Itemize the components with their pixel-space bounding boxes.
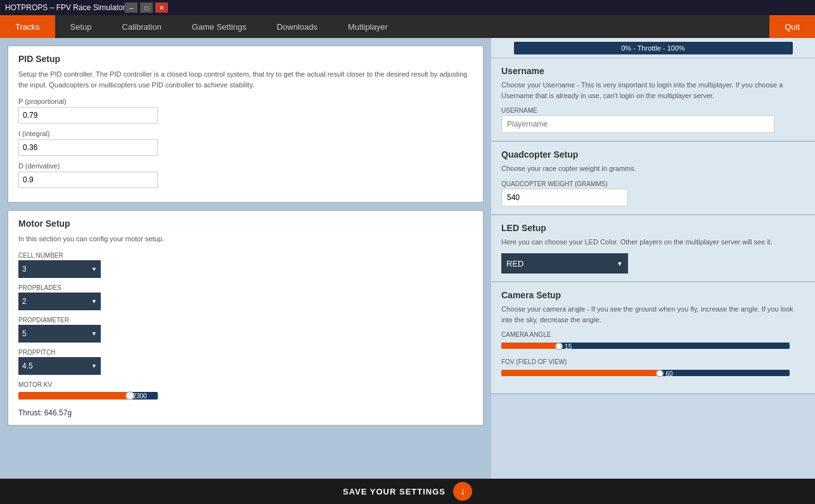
proppitch-label: PROPPITCH <box>18 349 473 356</box>
cell-number-label: CELL NUMBER <box>18 252 473 259</box>
proppitch-dropdown[interactable]: 3.0 3.5 4.0 4.5 5.0 <box>18 357 101 375</box>
close-button[interactable]: ✕ <box>155 3 168 13</box>
led-dropdown[interactable]: RED GREEN BLUE YELLOW WHITE <box>501 253 628 274</box>
cell-number-wrap: CELL NUMBER 2 3 4 5 6 <box>18 252 473 278</box>
camera-angle-thumb <box>555 343 563 350</box>
quit-button[interactable]: Quit <box>769 15 815 38</box>
led-title: LED Setup <box>501 223 805 233</box>
camera-angle-bg <box>501 343 790 349</box>
motor-kv-row: MOTOR KV 2300 <box>18 381 473 402</box>
quadcopter-desc: Choose your race copter weight in gramms… <box>501 163 805 174</box>
minimize-button[interactable]: – <box>125 3 138 13</box>
propblades-label: PROPBLADES <box>18 284 473 291</box>
right-panel: 0% - Throttle - 100% Username Choose you… <box>491 38 815 479</box>
cell-number-dropdown[interactable]: 2 3 4 5 6 <box>18 260 101 278</box>
camera-section: Camera Setup Choose your camera angle - … <box>491 282 815 394</box>
navbar: Tracks Setup Calibration Game Settings D… <box>0 15 815 38</box>
motor-title: Motor Setup <box>18 218 473 229</box>
led-desc: Here you can choose your LED Color. Othe… <box>501 237 805 248</box>
fov-value: 60 <box>665 370 672 377</box>
weight-input[interactable] <box>501 189 628 206</box>
motor-desc: In this section you can config your moto… <box>18 234 473 244</box>
propblades-dropdown-container: 2 3 4 <box>18 293 101 310</box>
pid-title: PID Setup <box>18 54 473 64</box>
titlebar: HOTPROPS – FPV Race Simulator – □ ✕ <box>0 0 815 15</box>
propblades-wrap: PROPBLADES 2 3 4 <box>18 284 473 310</box>
i-label: I (integral) <box>18 130 473 137</box>
pid-section: PID Setup Setup the PID controller. The … <box>8 46 484 203</box>
username-section: Username Choose your Username - This is … <box>491 58 815 142</box>
maximize-button[interactable]: □ <box>140 3 153 13</box>
throttle-indicator: 0% - Throttle - 100% <box>514 42 793 54</box>
proppitch-wrap: PROPPITCH 3.0 3.5 4.0 4.5 5.0 <box>18 349 473 375</box>
username-desc: Choose your Username - This is very impo… <box>501 80 805 101</box>
nav-setup[interactable]: Setup <box>55 15 107 38</box>
save-arrow-icon: ↓ <box>453 482 472 501</box>
username-title: Username <box>501 66 805 76</box>
weight-field-label: QUADCOPTER WEIGHT (gramms) <box>501 180 805 187</box>
left-panel: PID Setup Setup the PID controller. The … <box>0 38 491 479</box>
save-label: SAVE YOUR SETTINGS <box>343 487 446 496</box>
camera-desc: Choose your camera angle - If you see th… <box>501 304 805 325</box>
proppitch-dropdown-container: 3.0 3.5 4.0 4.5 5.0 <box>18 357 101 375</box>
throttle-text: 0% - Throttle - 100% <box>621 44 685 52</box>
nav-tracks[interactable]: Tracks <box>0 15 55 38</box>
camera-angle-slider[interactable]: 15 <box>501 341 790 352</box>
propblades-dropdown[interactable]: 2 3 4 <box>18 293 101 310</box>
fov-thumb <box>656 370 664 377</box>
username-input[interactable] <box>501 115 774 133</box>
fov-slider[interactable]: 60 <box>501 368 790 379</box>
propdiameter-wrap: PROPDIAMETER 4 5 6 7 <box>18 317 473 343</box>
fov-label: FOV (field of view) <box>501 358 805 365</box>
propdiameter-dropdown-container: 4 5 6 7 <box>18 325 101 343</box>
propdiameter-dropdown[interactable]: 4 5 6 7 <box>18 325 101 343</box>
fov-row: FOV (field of view) 60 <box>501 358 805 379</box>
motor-section: Motor Setup In this section you can conf… <box>8 210 484 425</box>
nav-calibration[interactable]: Calibration <box>107 15 177 38</box>
camera-title: Camera Setup <box>501 290 805 300</box>
p-label: P (proportional) <box>18 98 473 105</box>
username-field-label: USERNAME <box>501 107 805 114</box>
led-dropdown-container: RED GREEN BLUE YELLOW WHITE <box>501 253 628 274</box>
camera-angle-label: CAMERA ANGLE <box>501 331 805 338</box>
d-label: D (derivative) <box>18 162 473 170</box>
propdiameter-label: PROPDIAMETER <box>18 317 473 324</box>
motor-kv-value: 2300 <box>132 392 146 399</box>
nav-game-settings[interactable]: Game Settings <box>177 15 262 38</box>
quadcopter-title: Quadcopter Setup <box>501 149 805 160</box>
motor-kv-slider-track[interactable]: 2300 <box>18 389 158 402</box>
thrust-text: Thrust: 646.57g <box>18 408 473 417</box>
fov-bg <box>501 370 790 376</box>
motor-kv-label: MOTOR KV <box>18 381 473 388</box>
quadcopter-section: Quadcopter Setup Choose your race copter… <box>491 142 815 215</box>
app-title: HOTPROPS – FPV Race Simulator <box>5 3 125 12</box>
i-input[interactable] <box>18 139 158 156</box>
cell-number-dropdown-container: 2 3 4 5 6 <box>18 260 101 278</box>
throttle-bar: 0% - Throttle - 100% <box>491 38 815 58</box>
camera-angle-value: 15 <box>565 343 572 350</box>
main-content: PID Setup Setup the PID controller. The … <box>0 38 815 479</box>
camera-angle-row: CAMERA ANGLE 15 <box>501 331 805 352</box>
nav-multiplayer[interactable]: Multiplayer <box>333 15 403 38</box>
d-input[interactable] <box>18 172 158 188</box>
nav-downloads[interactable]: Downloads <box>262 15 333 38</box>
p-input[interactable] <box>18 107 158 123</box>
bottom-bar[interactable]: SAVE YOUR SETTINGS ↓ <box>0 479 815 504</box>
led-section: LED Setup Here you can choose your LED C… <box>491 215 815 283</box>
pid-desc: Setup the PID controller. The PID contro… <box>18 69 473 90</box>
